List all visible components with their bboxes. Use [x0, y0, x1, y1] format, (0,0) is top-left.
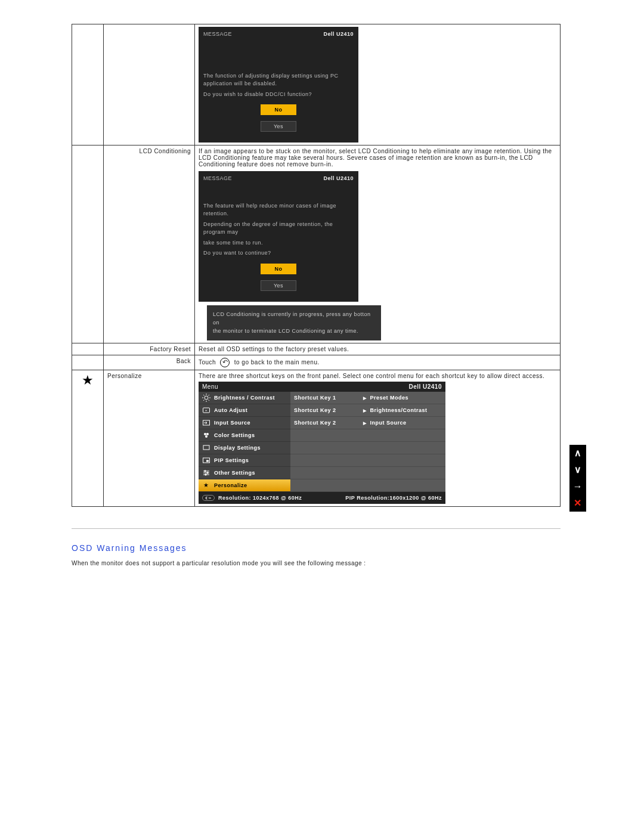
- display-settings-icon: [199, 442, 214, 454]
- lcd-dialog-text3: take some time to run.: [203, 239, 354, 247]
- row-back-label: Back: [104, 355, 195, 370]
- menu-item-label: Display Settings: [214, 445, 261, 451]
- shortcut-key-label: Shortcut Key 2: [290, 420, 358, 426]
- menu-item-auto-adjust[interactable]: + Auto Adjust: [199, 404, 290, 417]
- osd-nav-strip: ∧ ∨ → ✕: [569, 445, 586, 512]
- row-personalize-body: There are three shortcut keys on the fro…: [195, 370, 561, 506]
- menu-item-input-source[interactable]: Input Source: [199, 417, 290, 429]
- svg-point-12: [204, 433, 206, 435]
- lcd-progress-message: LCD Conditioning is currently in progres…: [207, 305, 381, 340]
- lcd-dialog-model: Dell U2410: [323, 175, 354, 183]
- shortcut-row-empty: [290, 479, 445, 492]
- row-back-pre: Touch: [199, 358, 216, 365]
- ddcci-yes-button[interactable]: Yes: [261, 121, 296, 132]
- svg-point-21: [205, 470, 206, 471]
- menu-item-pip-settings[interactable]: PIP Settings: [199, 454, 290, 467]
- resolution-text: Resolution: 1024x768 @ 60Hz: [218, 495, 302, 501]
- ddcci-no-button[interactable]: No: [261, 104, 296, 115]
- auto-adjust-icon: +: [199, 404, 214, 416]
- lcd-dialog-text4: Do you want to continue?: [203, 249, 354, 258]
- section-heading: OSD Warning Messages: [72, 543, 644, 553]
- shortcut-row-empty: [290, 429, 445, 442]
- row-personalize-label: Personalize: [104, 370, 195, 506]
- svg-line-8: [209, 395, 210, 396]
- row-factory-body: Reset all OSD settings to the factory pr…: [195, 343, 561, 355]
- menu-item-label: Auto Adjust: [214, 407, 247, 413]
- shortcut-row-1[interactable]: Shortcut Key 1 Preset Modes: [290, 392, 445, 404]
- svg-point-14: [205, 435, 208, 438]
- nav-enter-button[interactable]: →: [569, 478, 586, 495]
- row-back-post: to go back to the main menu.: [234, 358, 320, 365]
- nav-down-button[interactable]: ∨: [569, 462, 586, 478]
- input-source-icon: [199, 417, 214, 429]
- personalize-star-icon: ★: [199, 479, 214, 491]
- nav-exit-button[interactable]: ✕: [569, 495, 586, 512]
- menu-item-label: Personalize: [214, 482, 247, 488]
- shortcut-row-empty: [290, 467, 445, 479]
- osd-menu-title: Menu: [202, 383, 218, 390]
- osd-menu-model: Dell U2410: [408, 383, 442, 390]
- row-ddcci-label-cell: [104, 24, 195, 145]
- shortcut-row-2[interactable]: Shortcut Key 2 Brightness/Contrast: [290, 404, 445, 417]
- ddcci-dialog-text2: Do you wish to disable DDC/CI function?: [203, 91, 354, 99]
- row-personalize-text: There are three shortcut keys on the fro…: [199, 373, 544, 379]
- lcd-dialog-text2: Depending on the degree of image retenti…: [203, 221, 354, 237]
- lcd-dialog-header: MESSAGE: [203, 175, 232, 183]
- svg-point-0: [205, 396, 208, 400]
- menu-item-color-settings[interactable]: Color Settings: [199, 429, 290, 442]
- ddcci-dialog-header: MESSAGE: [203, 30, 232, 39]
- row-back-icon-cell: [72, 355, 104, 370]
- lcd-dialog: MESSAGE Dell U2410 The feature will help…: [199, 171, 358, 302]
- ddcci-dialog-text1: The function of adjusting display settin…: [203, 72, 354, 88]
- row-factory-label: Factory Reset: [104, 343, 195, 355]
- pip-resolution-text: PIP Resolution:1600x1200 @ 60Hz: [345, 495, 442, 501]
- menu-item-display-settings[interactable]: Display Settings: [199, 442, 290, 454]
- svg-point-13: [206, 433, 209, 435]
- row-lcd-label: LCD Conditioning: [104, 145, 195, 343]
- shortcut-value: Input Source: [358, 420, 445, 426]
- lcd-progress-line1: LCD Conditioning is currently in progres…: [213, 310, 375, 327]
- pip-settings-icon: [199, 454, 214, 466]
- menu-item-other-settings[interactable]: Other Settings: [199, 467, 290, 479]
- shortcut-key-label: Shortcut Key 1: [290, 395, 358, 401]
- nav-up-button[interactable]: ∧: [569, 445, 586, 462]
- menu-item-label: PIP Settings: [214, 457, 249, 463]
- lcd-dialog-text1: The feature will help reduce minor cases…: [203, 202, 354, 218]
- section-paragraph: When the monitor does not support a part…: [72, 560, 644, 566]
- timing-pill-icon: ◐▸: [202, 495, 215, 501]
- back-arrow-icon: ↶: [220, 358, 230, 367]
- svg-rect-15: [203, 445, 209, 450]
- menu-item-brightness[interactable]: Brightness / Contrast: [199, 392, 290, 404]
- lcd-progress-line2: the monitor to terminate LCD Conditionin…: [213, 327, 375, 335]
- ddcci-dialog: MESSAGE Dell U2410 The function of adjus…: [199, 27, 358, 143]
- row-lcd-text: If an image appears to be stuck on the m…: [199, 148, 552, 168]
- row-personalize-icon-cell: ★: [72, 370, 104, 506]
- svg-rect-17: [206, 460, 209, 462]
- lcd-yes-button[interactable]: Yes: [261, 280, 296, 291]
- svg-text:+: +: [205, 408, 208, 412]
- shortcut-row-empty: [290, 442, 445, 454]
- menu-item-label: Brightness / Contrast: [214, 395, 275, 401]
- brightness-icon: [199, 392, 214, 404]
- shortcut-row-empty: [290, 454, 445, 467]
- shortcut-value: Brightness/Contrast: [358, 407, 445, 413]
- svg-point-23: [205, 473, 206, 475]
- menu-item-label: Color Settings: [214, 432, 255, 438]
- svg-point-22: [207, 472, 208, 473]
- shortcut-row-3[interactable]: Shortcut Key 2 Input Source: [290, 417, 445, 429]
- menu-item-personalize[interactable]: ★ Personalize: [199, 479, 290, 492]
- row-lcd-icon-cell: [72, 145, 104, 343]
- row-ddcci-icon-cell: [72, 24, 104, 145]
- menu-item-label: Input Source: [214, 420, 250, 426]
- svg-line-5: [203, 395, 205, 396]
- osd-main-menu: Menu Dell U2410 Brightness / Contrast + …: [199, 382, 445, 504]
- row-back-body: Touch ↶ to go back to the main menu.: [195, 355, 561, 370]
- other-settings-icon: [199, 467, 214, 479]
- lcd-no-button[interactable]: No: [261, 264, 296, 274]
- menu-item-label: Other Settings: [214, 470, 255, 476]
- shortcut-value: Preset Modes: [358, 395, 445, 401]
- svg-line-7: [203, 400, 205, 401]
- ddcci-dialog-model: Dell U2410: [323, 30, 354, 39]
- color-settings-icon: [199, 429, 214, 441]
- osd-menu-right: Shortcut Key 1 Preset Modes Shortcut Key…: [290, 392, 445, 492]
